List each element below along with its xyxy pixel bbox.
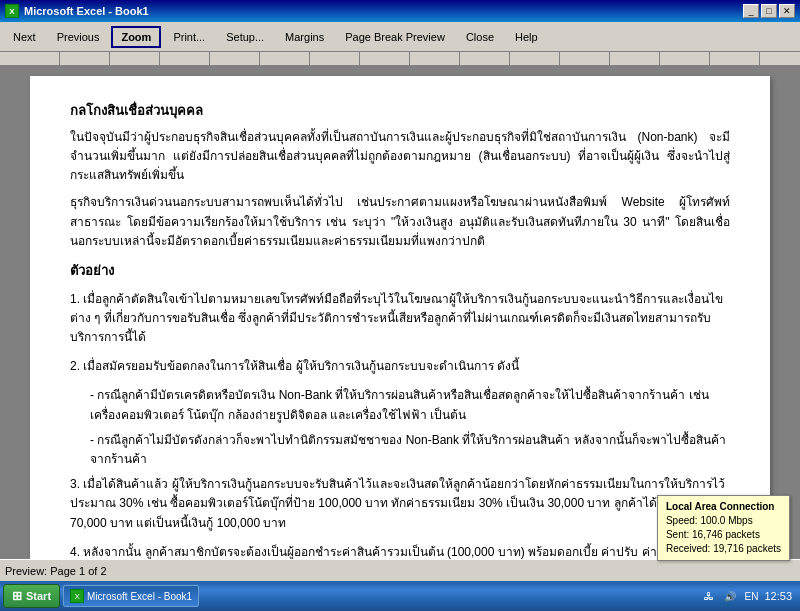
- network-received: Received: 19,716 packets: [666, 542, 781, 556]
- setup-button[interactable]: Setup...: [217, 26, 273, 48]
- item-4: 4. หลังจากนั้น ลูกค้าสมาชิกบัตรจะต้องเป็…: [70, 543, 730, 559]
- window-title: Microsoft Excel - Book1: [24, 5, 149, 17]
- maximize-button[interactable]: □: [761, 4, 777, 18]
- title-bar-buttons[interactable]: _ □ ✕: [743, 4, 795, 18]
- taskbar-excel-item[interactable]: X Microsoft Excel - Book1: [63, 585, 199, 607]
- taskbar-right: 🖧 🔊 EN 12:53: [696, 588, 797, 604]
- toolbar: Next Previous Zoom Print... Setup... Mar…: [0, 22, 800, 52]
- bullet-1: - กรณีลูกค้ามีบัตรเครดิตหรือบัตรเงิน Non…: [90, 386, 730, 424]
- previous-button[interactable]: Previous: [48, 26, 109, 48]
- zoom-button[interactable]: Zoom: [111, 26, 161, 48]
- start-label: Start: [26, 590, 51, 602]
- close-button[interactable]: ✕: [779, 4, 795, 18]
- item-1: 1. เมื่อลูกค้าตัดสินใจเข้าไปตามหมายเลขโท…: [70, 290, 730, 348]
- example-title: ตัวอย่าง: [70, 261, 730, 282]
- pagebreak-button[interactable]: Page Break Preview: [336, 26, 454, 48]
- minimize-button[interactable]: _: [743, 4, 759, 18]
- ruler: [0, 52, 800, 66]
- windows-logo: ⊞: [12, 589, 22, 603]
- paragraph-2: ธุรกิจบริการเงินด่วนนอกระบบสามารถพบเห็นไ…: [70, 193, 730, 251]
- status-text: Preview: Page 1 of 2: [5, 565, 795, 577]
- page: กลโกงสินเชื่อส่วนบุคคล ในปัจจุบันมีว่าผู…: [30, 76, 770, 559]
- bullet-2: - กรณีลูกค้าไม่มีบัตรดังกล่าวก็จะพาไปทำน…: [90, 431, 730, 469]
- section1-title: กลโกงสินเชื่อส่วนบุคคล: [70, 101, 730, 122]
- network-tray-icon: 🖧: [701, 588, 717, 604]
- network-speed: Speed: 100.0 Mbps: [666, 514, 781, 528]
- print-button[interactable]: Print...: [164, 26, 214, 48]
- document-area[interactable]: กลโกงสินเชื่อส่วนบุคคล ในปัจจุบันมีว่าผู…: [0, 66, 800, 559]
- start-button[interactable]: ⊞ Start: [3, 584, 60, 608]
- system-clock: 12:53: [764, 590, 792, 602]
- taskbar-item-label: Microsoft Excel - Book1: [87, 591, 192, 602]
- status-bar: Preview: Page 1 of 2: [0, 559, 800, 581]
- network-tooltip: Local Area Connection Speed: 100.0 Mbps …: [657, 495, 790, 561]
- language-tray-icon: EN: [743, 588, 759, 604]
- paragraph-1: ในปัจจุบันมีว่าผู้ประกอบธุรกิจสินเชื่อส่…: [70, 128, 730, 186]
- network-sent: Sent: 16,746 packets: [666, 528, 781, 542]
- next-button[interactable]: Next: [4, 26, 45, 48]
- help-button[interactable]: Help: [506, 26, 547, 48]
- title-bar-left: X Microsoft Excel - Book1: [5, 4, 149, 18]
- item-2: 2. เมื่อสมัครยอมรับข้อตกลงในการให้สินเชื…: [70, 357, 730, 376]
- title-bar: X Microsoft Excel - Book1 _ □ ✕: [0, 0, 800, 22]
- taskbar: ⊞ Start X Microsoft Excel - Book1 🖧 🔊 EN…: [0, 581, 800, 611]
- main-area: กลโกงสินเชื่อส่วนบุคคล ในปัจจุบันมีว่าผู…: [0, 66, 800, 559]
- margins-button[interactable]: Margins: [276, 26, 333, 48]
- close-preview-button[interactable]: Close: [457, 26, 503, 48]
- taskbar-excel-icon: X: [70, 589, 84, 603]
- item-3: 3. เมื่อได้สินค้าแล้ว ผู้ให้บริการเงินกู…: [70, 475, 730, 533]
- volume-tray-icon: 🔊: [722, 588, 738, 604]
- network-title: Local Area Connection: [666, 500, 781, 514]
- app-icon: X: [5, 4, 19, 18]
